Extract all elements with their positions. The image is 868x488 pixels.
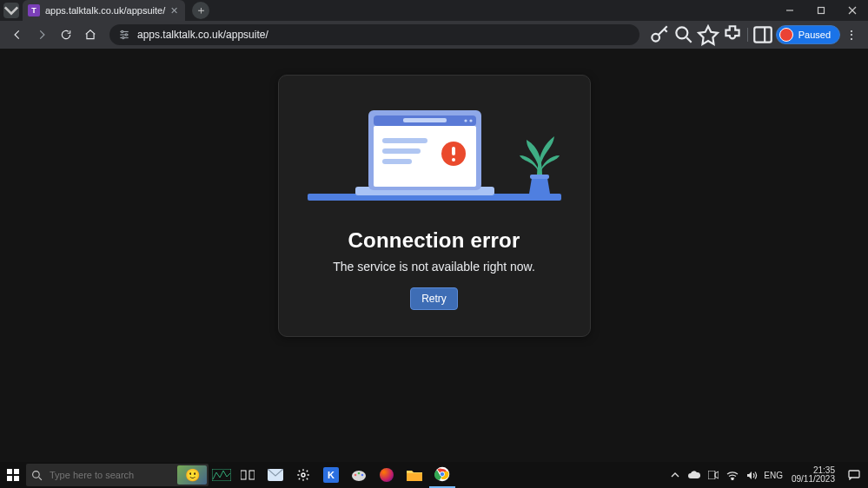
svg-rect-35 — [14, 476, 19, 481]
tab-favicon: T — [28, 4, 40, 16]
svg-rect-14 — [754, 27, 772, 42]
svg-rect-34 — [7, 476, 12, 481]
svg-marker-52 — [715, 472, 719, 478]
svg-point-11 — [676, 27, 687, 38]
svg-point-44 — [354, 474, 357, 477]
perf-meter-icon[interactable] — [212, 467, 231, 483]
bookmark-star-icon[interactable] — [697, 24, 719, 45]
home-button[interactable] — [80, 24, 101, 45]
error-illustration — [308, 100, 561, 204]
svg-rect-32 — [7, 469, 12, 474]
svg-point-10 — [652, 34, 659, 42]
toolbar-separator — [747, 28, 748, 42]
tray-language[interactable]: ENG — [764, 471, 783, 480]
tray-meet-icon[interactable] — [706, 471, 720, 479]
profile-chip[interactable]: Paused — [776, 25, 840, 44]
app-k-icon[interactable]: K — [318, 462, 344, 488]
search-highlight-thumb[interactable]: 🙂 — [177, 465, 207, 485]
tray-clock[interactable]: 21:35 09/11/2023 — [788, 466, 838, 485]
svg-line-12 — [686, 37, 691, 42]
page-viewport: Connection error The service is not avai… — [0, 49, 868, 462]
error-card: Connection error The service is not avai… — [278, 75, 591, 337]
svg-marker-13 — [699, 26, 718, 44]
tray-wifi-icon[interactable] — [726, 471, 739, 480]
back-button[interactable] — [7, 24, 28, 45]
tray-chevron-icon[interactable] — [668, 471, 682, 479]
password-key-icon[interactable] — [648, 24, 671, 45]
app-mail-icon[interactable] — [262, 462, 288, 488]
svg-rect-26 — [382, 159, 412, 164]
address-bar[interactable]: apps.talktalk.co.uk/appsuite/ — [109, 24, 639, 45]
svg-point-53 — [732, 478, 733, 480]
maximize-button[interactable] — [805, 0, 837, 21]
tray-onedrive-icon[interactable] — [687, 471, 701, 479]
app-file-explorer-icon[interactable] — [401, 462, 427, 488]
chrome-menu-icon[interactable]: ⋮ — [842, 28, 861, 42]
retry-button[interactable]: Retry — [410, 287, 458, 310]
app-circle-icon[interactable] — [374, 462, 400, 488]
app-settings-icon[interactable] — [290, 462, 316, 488]
start-button[interactable] — [0, 462, 26, 488]
toolbar-right-icons: Paused ⋮ — [648, 24, 861, 45]
tab-title: apps.talktalk.co.uk/appsuite/ — [45, 5, 165, 16]
svg-rect-55 — [849, 471, 859, 478]
system-tray: ENG 21:35 09/11/2023 — [668, 462, 868, 488]
browser-toolbar: apps.talktalk.co.uk/appsuite/ Paused ⋮ — [0, 21, 868, 49]
browser-title-bar: T apps.talktalk.co.uk/appsuite/ ✕ ＋ — [0, 0, 868, 21]
tab-search-dropdown-icon[interactable] — [3, 3, 19, 18]
windows-taskbar: 🙂 K ENG — [0, 462, 868, 488]
taskview-icon[interactable] — [235, 462, 261, 488]
extensions-icon[interactable] — [721, 24, 744, 45]
svg-point-36 — [33, 471, 40, 478]
svg-point-46 — [361, 474, 364, 477]
svg-rect-39 — [241, 471, 246, 479]
reload-button[interactable] — [56, 24, 76, 45]
side-panel-icon[interactable] — [752, 24, 774, 45]
svg-point-9 — [123, 36, 124, 38]
svg-point-42 — [301, 473, 305, 477]
svg-rect-24 — [382, 138, 427, 143]
svg-rect-25 — [382, 148, 421, 154]
svg-point-22 — [469, 119, 472, 122]
profile-label: Paused — [798, 30, 831, 40]
svg-rect-47 — [407, 473, 422, 481]
svg-point-7 — [122, 30, 123, 32]
taskbar-pinned-apps: K — [235, 462, 455, 488]
tab-strip: T apps.talktalk.co.uk/appsuite/ ✕ ＋ — [0, 0, 209, 21]
site-settings-icon[interactable] — [118, 29, 130, 41]
new-tab-button[interactable]: ＋ — [192, 2, 209, 19]
svg-rect-28 — [452, 147, 455, 155]
tray-date: 09/11/2023 — [792, 475, 835, 485]
url-text: apps.talktalk.co.uk/appsuite/ — [137, 29, 268, 41]
svg-marker-54 — [747, 472, 752, 479]
forward-button[interactable] — [31, 24, 52, 45]
svg-rect-29 — [452, 158, 455, 162]
svg-rect-31 — [530, 175, 549, 179]
search-icon — [31, 470, 43, 481]
tab-close-icon[interactable]: ✕ — [170, 5, 178, 16]
svg-rect-51 — [708, 471, 715, 479]
svg-point-45 — [358, 472, 361, 475]
svg-rect-40 — [249, 471, 255, 479]
close-window-button[interactable] — [837, 0, 868, 21]
window-controls — [774, 0, 868, 21]
profile-avatar-icon — [779, 28, 793, 42]
svg-marker-30 — [529, 178, 550, 194]
tray-volume-icon[interactable] — [745, 471, 759, 480]
svg-line-37 — [39, 477, 42, 479]
browser-tab[interactable]: T apps.talktalk.co.uk/appsuite/ ✕ — [23, 0, 185, 21]
zoom-icon[interactable] — [673, 24, 695, 45]
error-message: The service is not available right now. — [333, 260, 535, 274]
svg-point-8 — [125, 34, 127, 36]
app-chrome-icon[interactable] — [429, 462, 455, 488]
taskbar-search[interactable]: 🙂 — [26, 464, 209, 486]
svg-rect-33 — [14, 469, 19, 474]
svg-point-21 — [464, 119, 467, 122]
svg-rect-20 — [403, 118, 447, 122]
minimize-button[interactable] — [774, 0, 805, 21]
app-paint-icon[interactable] — [346, 462, 372, 488]
error-heading: Connection error — [348, 228, 520, 253]
tray-notifications-icon[interactable] — [844, 462, 865, 488]
svg-rect-1 — [818, 8, 825, 14]
